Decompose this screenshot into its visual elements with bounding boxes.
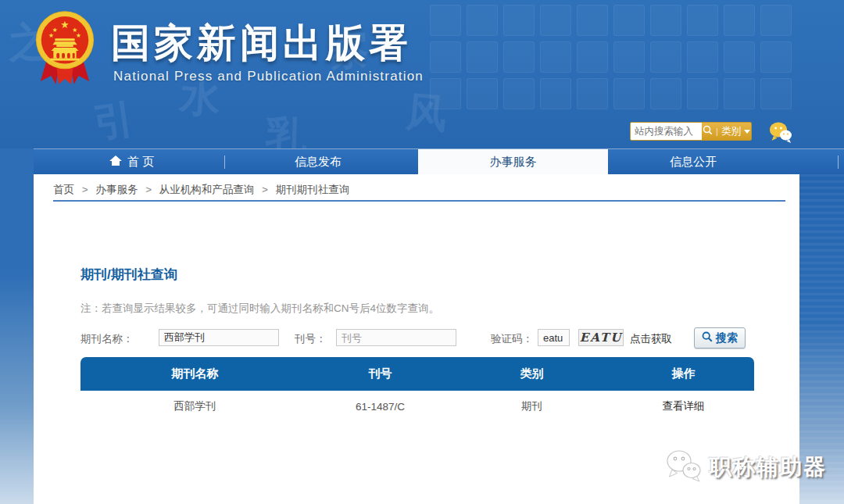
site-header: 之 水 察 风 引 乳 ★ ★ ★ ★ ★ — [0, 0, 844, 148]
search-icon — [702, 331, 713, 345]
nav-item-news[interactable]: 信息发布 — [295, 149, 342, 175]
agency-title: 国家新闻出版署 — [111, 17, 549, 70]
site-search-actions[interactable]: | 类别 — [702, 123, 751, 140]
nav-item-label: 信息公开 — [670, 155, 717, 170]
page-title: 期刊/期刊社查询 — [80, 266, 177, 284]
header-watermark-glyph: 引 — [90, 91, 138, 148]
wechat-outline-icon — [666, 449, 703, 485]
table-row: 西部学刊 61-1487/C 期刊 查看详细 — [80, 391, 754, 422]
breadcrumb-item-services[interactable]: 办事服务 — [95, 184, 138, 195]
query-note: 注：若查询显示结果较多，可通过同时输入期刊名称和CN号后4位数字查询。 — [80, 302, 439, 316]
captcha-image[interactable]: EATU — [578, 329, 624, 346]
column-header-journal-name: 期刊名称 — [80, 357, 309, 391]
search-category-dropdown[interactable]: 类别 — [721, 125, 741, 138]
agency-title-english: National Press and Publication Administr… — [113, 69, 424, 84]
journal-name-label: 期刊名称： — [80, 332, 134, 346]
captcha-input[interactable] — [538, 329, 570, 346]
svg-text:★: ★ — [76, 32, 81, 39]
watermark-label: 职称辅助器 — [710, 452, 827, 482]
breadcrumb-separator: > — [145, 184, 152, 195]
national-emblem-logo: ★ ★ ★ ★ ★ — [34, 9, 95, 91]
captcha-refresh-link[interactable]: 点击获取 — [630, 332, 672, 346]
watermark-overlay: 职称辅助器 — [666, 449, 827, 485]
main-navigation: 首 页 信息发布 办事服务 信息公开 — [34, 148, 844, 174]
issue-number-label: 刊号： — [295, 332, 327, 346]
breadcrumb-item-org-query[interactable]: 从业机构和产品查询 — [159, 184, 255, 195]
issue-number-input[interactable] — [336, 329, 456, 346]
breadcrumb: 首页 > 办事服务 > 从业机构和产品查询 > 期刊期刊社查询 — [53, 183, 349, 197]
home-icon — [109, 155, 122, 169]
column-header-action: 操作 — [613, 357, 754, 391]
svg-text:★: ★ — [60, 20, 69, 30]
column-header-category: 类别 — [451, 357, 613, 391]
nav-item-label: 首 页 — [127, 155, 154, 170]
cell-cn-number: 61-1487/C — [309, 391, 451, 422]
search-button[interactable]: 搜索 — [694, 327, 746, 349]
nav-separator — [224, 155, 225, 169]
search-divider: | — [716, 127, 718, 136]
nav-item-label: 信息发布 — [295, 155, 342, 170]
results-header-row: 期刊名称 刊号 类别 操作 — [80, 357, 754, 391]
site-search-widget: | 类别 — [630, 122, 752, 141]
chevron-down-icon — [744, 130, 750, 134]
journal-name-input[interactable] — [159, 329, 279, 346]
wechat-icon[interactable] — [769, 121, 792, 146]
breadcrumb-item-home[interactable]: 首页 — [53, 184, 74, 195]
nav-item-label: 办事服务 — [490, 155, 537, 170]
search-button-label: 搜索 — [716, 331, 738, 345]
column-header-cn-number: 刊号 — [309, 357, 451, 391]
results-table: 期刊名称 刊号 类别 操作 西部学刊 61-1487/C 期刊 查看详细 — [80, 357, 754, 422]
left-side-strip — [0, 148, 34, 504]
nav-item-disclosure[interactable]: 信息公开 — [670, 149, 717, 175]
svg-text:★: ★ — [48, 32, 54, 39]
nav-item-services-active[interactable]: 办事服务 — [418, 149, 608, 175]
breadcrumb-separator: > — [82, 184, 88, 195]
cell-category: 期刊 — [451, 391, 613, 422]
site-search-input[interactable] — [631, 123, 702, 140]
view-detail-link[interactable]: 查看详细 — [613, 391, 754, 422]
breadcrumb-item-journal-query: 期刊期刊社查询 — [276, 184, 350, 195]
nav-item-home[interactable]: 首 页 — [109, 149, 154, 175]
nav-separator — [838, 155, 839, 169]
captcha-label: 验证码： — [491, 332, 533, 346]
header-watermark-glyph: 乳 — [265, 109, 307, 148]
search-icon[interactable] — [703, 125, 713, 138]
breadcrumb-underline — [53, 200, 785, 202]
breadcrumb-separator: > — [262, 184, 268, 195]
cell-journal-name: 西部学刊 — [80, 391, 309, 422]
